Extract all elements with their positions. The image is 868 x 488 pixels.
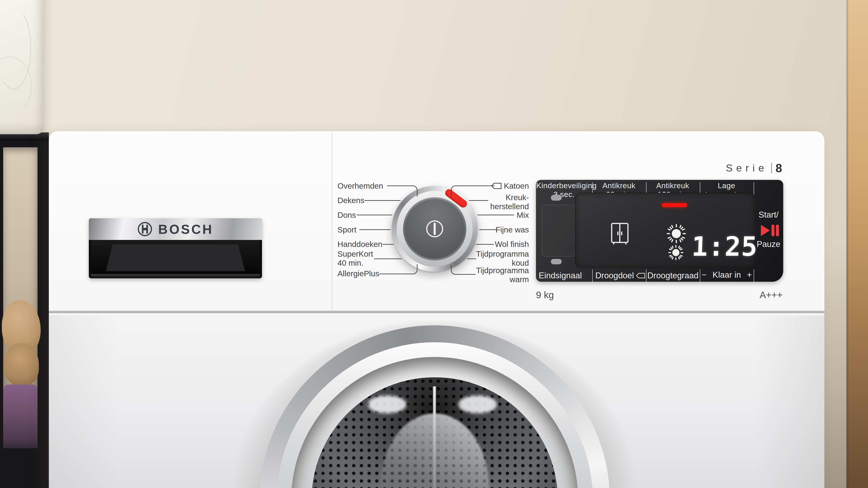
bosch-logo-text: BOSCH <box>158 222 213 237</box>
power-icon <box>422 217 447 241</box>
sun-large-icon <box>666 223 687 244</box>
shelf-opening <box>3 147 37 448</box>
program-label-allergieplus: AllergiePlus <box>338 269 379 278</box>
drum-center-highlight <box>433 386 436 488</box>
connector-line <box>451 265 475 275</box>
connector-line <box>479 229 496 230</box>
connector-line <box>467 258 476 259</box>
energy-rating-label: A+++ <box>751 290 782 300</box>
connector-line <box>451 186 495 197</box>
pause-label: Pauze <box>753 239 784 249</box>
connector-line <box>476 244 494 245</box>
program-label-mix: Mix <box>517 210 529 220</box>
ready-in-minus-button[interactable]: − <box>702 270 707 280</box>
connector-line <box>374 258 402 259</box>
connector-line <box>477 215 514 215</box>
program-label-overhemden: Overhemden <box>338 182 383 191</box>
connector-line <box>469 200 488 201</box>
program-label-dons: Dons <box>338 210 356 220</box>
drawer-recess-back <box>106 245 245 271</box>
panel-seam-horizontal <box>49 311 825 315</box>
start-pause-button[interactable] <box>761 225 779 236</box>
series-badge: Serie 8 <box>714 161 782 175</box>
drying-target-button[interactable]: Droogdoel <box>594 271 646 280</box>
program-label-handdoeken: Handdoeken <box>338 240 382 249</box>
program-label-superkort: SuperKort40 min. <box>338 250 373 267</box>
plush-toy-lower <box>4 343 39 386</box>
play-icon <box>761 225 770 236</box>
time-remaining-display: 1:25 <box>691 233 749 260</box>
panel-divider <box>592 269 593 283</box>
panel-indicator-pill-bottom <box>551 259 562 264</box>
drying-target-flag-icon <box>636 273 645 279</box>
purple-towel <box>3 385 37 448</box>
drum-reflection-left <box>368 395 406 414</box>
pause-bar-icon <box>776 225 779 236</box>
storage-container <box>0 0 44 134</box>
panel-indicator-pill-top <box>551 195 562 201</box>
end-signal-button[interactable]: Eindsignaal <box>539 271 582 280</box>
panel-side-button[interactable] <box>541 205 576 257</box>
scene: BOSCH Overhemden Dekens Dons Sport Handd… <box>0 0 868 488</box>
bosch-emblem-icon <box>137 222 152 236</box>
panel-divider <box>700 269 700 283</box>
program-label-katoen: Katoen <box>491 182 529 191</box>
drum-reflection-right <box>458 395 497 414</box>
wardrobe-icon <box>610 223 629 245</box>
start-label: Start/ <box>753 210 784 220</box>
program-flag-icon <box>491 183 502 189</box>
connector-line <box>379 264 417 274</box>
connector-line <box>357 215 392 215</box>
drawer-logo-band: BOSCH <box>89 218 262 240</box>
capacity-label: 9 kg <box>536 290 554 300</box>
program-label-tijdprogramma-koud: Tijdprogrammakoud <box>476 250 529 267</box>
program-label-kreukherstellend: Kreuk-herstellend <box>490 193 529 211</box>
connector-line <box>382 244 394 245</box>
pause-bar-icon <box>772 225 774 236</box>
ready-in-plus-button[interactable]: + <box>747 270 752 280</box>
drying-level-button[interactable]: Droogtegraad <box>647 271 700 280</box>
panel-divider <box>646 269 647 283</box>
connector-line <box>364 200 401 201</box>
panel-seam-vertical <box>332 132 333 311</box>
connector-line <box>387 186 417 197</box>
program-label-fijnewas: Fijne was <box>495 225 529 234</box>
ready-in-control: − Klaar in + <box>700 270 753 280</box>
program-progress-indicator <box>662 203 687 207</box>
panel-divider <box>754 269 754 283</box>
ready-in-label: Klaar in <box>712 270 741 280</box>
series-digit: 8 <box>776 161 782 175</box>
sun-small-icon <box>668 245 684 261</box>
program-label-dekens: Dekens <box>338 196 364 205</box>
drawer-lip <box>91 274 260 278</box>
connector-line <box>360 229 391 230</box>
program-label-wolfinish: Wol finish <box>495 240 529 249</box>
program-label-tijdprogramma-warm: Tijdprogrammawarm <box>476 266 529 284</box>
series-word: Serie <box>726 162 768 174</box>
series-divider <box>771 163 772 173</box>
program-label-sport: Sport <box>338 225 356 234</box>
